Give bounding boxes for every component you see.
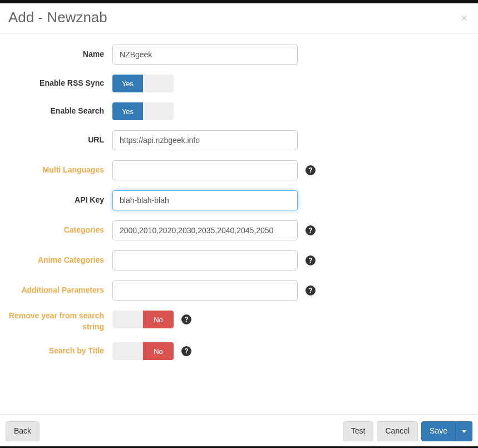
row-url: URL — [6, 130, 472, 150]
row-name: Name — [6, 45, 472, 65]
input-anime-categories[interactable] — [112, 250, 298, 270]
help-icon[interactable]: ? — [181, 346, 191, 356]
row-enable-search: Enable Search Yes — [6, 102, 472, 120]
add-newznab-modal: Add - Newznab × Name Enable RSS Sync Yes… — [0, 3, 478, 448]
toggle-enable-rss[interactable]: Yes — [112, 75, 174, 92]
row-categories: Categories ? — [6, 220, 472, 240]
toggle-no: No — [143, 311, 174, 328]
back-button[interactable]: Back — [6, 421, 40, 441]
close-icon[interactable]: × — [459, 10, 470, 26]
row-anime-categories: Anime Categories ? — [6, 250, 472, 270]
caret-down-icon — [462, 430, 466, 433]
row-remove-year: Remove year from search string No ? — [6, 311, 472, 332]
label-name: Name — [6, 49, 112, 60]
help-icon[interactable]: ? — [305, 165, 316, 175]
row-multi-languages: Multi Languages ? — [6, 160, 472, 180]
help-icon[interactable]: ? — [181, 314, 191, 324]
modal-header: Add - Newznab × — [0, 3, 478, 33]
input-additional-parameters[interactable] — [112, 280, 298, 301]
test-button[interactable]: Test — [343, 421, 374, 441]
save-button-group: Save — [421, 421, 472, 441]
label-additional-parameters: Additional Parameters — [6, 285, 112, 296]
modal-title: Add - Newznab — [8, 9, 107, 26]
label-anime-categories: Anime Categories — [6, 255, 112, 266]
label-url: URL — [6, 135, 112, 146]
label-remove-year: Remove year from search string — [6, 311, 112, 332]
save-button[interactable]: Save — [421, 421, 456, 441]
toggle-blank — [143, 102, 174, 120]
label-multi-languages: Multi Languages — [6, 165, 112, 176]
input-name[interactable] — [112, 45, 298, 65]
toggle-enable-search[interactable]: Yes — [112, 102, 174, 120]
toggle-yes: Yes — [112, 75, 143, 92]
label-enable-rss: Enable RSS Sync — [6, 78, 112, 89]
save-dropdown-button[interactable] — [456, 421, 472, 441]
input-url[interactable] — [112, 130, 298, 150]
label-categories: Categories — [6, 225, 112, 236]
label-enable-search: Enable Search — [6, 106, 112, 117]
help-icon[interactable]: ? — [305, 225, 316, 235]
row-search-by-title: Search by Title No ? — [6, 342, 472, 360]
toggle-yes: Yes — [112, 102, 143, 120]
input-multi-languages[interactable] — [112, 160, 298, 180]
toggle-no: No — [143, 342, 174, 360]
help-icon[interactable]: ? — [305, 285, 316, 296]
row-additional-parameters: Additional Parameters ? — [6, 280, 472, 301]
label-api-key: API Key — [6, 195, 112, 206]
input-categories[interactable] — [112, 220, 298, 240]
modal-footer: Back Test Cancel Save — [0, 414, 478, 448]
modal-body: Name Enable RSS Sync Yes Enable Search Y… — [0, 33, 478, 414]
row-enable-rss: Enable RSS Sync Yes — [6, 75, 472, 92]
toggle-remove-year[interactable]: No — [112, 311, 174, 328]
input-api-key[interactable] — [112, 190, 298, 210]
row-api-key: API Key — [6, 190, 472, 210]
toggle-blank — [143, 75, 174, 92]
toggle-blank — [112, 311, 143, 328]
help-icon[interactable]: ? — [305, 255, 316, 265]
label-search-by-title: Search by Title — [6, 346, 112, 357]
toggle-search-by-title[interactable]: No — [112, 342, 174, 360]
footer-right: Test Cancel Save — [343, 421, 472, 441]
cancel-button[interactable]: Cancel — [377, 421, 418, 441]
toggle-blank — [112, 342, 143, 360]
